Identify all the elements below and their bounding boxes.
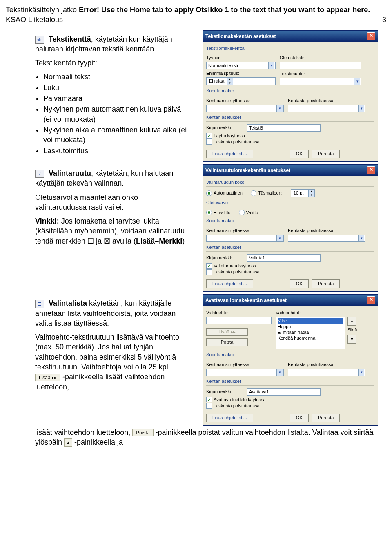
doc-header-error: Error! Use the Home tab to apply Otsikko… [79,6,370,14]
bookmark-input[interactable]: Avattava1 [247,388,321,396]
dropdown-title-bold: Valintalista [49,299,87,307]
calc-on-exit-checkbox[interactable]: Laskenta poistuttaessa [206,139,260,145]
size-auto-radio[interactable]: Automaattinen [206,190,243,196]
maxlen-spinner[interactable]: Ei rajaa▴▾ [206,77,276,85]
doc-subtitle: KSAO Liiketalous [6,15,63,25]
close-icon[interactable]: ✕ [367,32,375,40]
list-item: Laskutoimitus [43,146,190,156]
macro-in-combo[interactable] [206,105,284,112]
dropdown-para-trailing: lisäät vaihtoehdon luetteloon, Poista -p… [35,427,386,447]
default-label: Oletusteksti: [280,55,361,61]
help-text-button[interactable]: Lisää ohjeteksti... [206,414,253,422]
checkbox-para2: Oletusarvolla määritellään onko valintar… [35,192,190,212]
format-label: Tekstimuoto: [280,71,361,77]
macro-out-label: Kentästä poistuttaessa: [288,228,365,234]
group-label: Kentän asetukset [206,244,374,250]
cancel-button[interactable]: Peruuta [312,279,340,288]
cancel-button[interactable]: Peruuta [312,150,340,158]
textfield-title-bold: Tekstikenttä [49,35,91,43]
macro-out-combo[interactable] [288,369,365,376]
exact-size-spinner[interactable]: 10 pt▴▾ [291,189,315,197]
fill-enabled-checkbox[interactable]: ✔Täyttö käytössä [206,133,245,139]
bookmark-label: Kirjanmerkki: [206,255,243,261]
macro-in-combo[interactable] [206,369,284,376]
list-item[interactable]: Kerkiää huomenna [278,335,343,341]
calc-on-exit-checkbox[interactable]: Laskenta poistuttaessa [206,403,260,409]
move-up-button[interactable]: ▲ [347,317,356,326]
add-option-button[interactable]: Lisää ▸▸ [206,328,248,336]
textfield-intro: ab| Tekstikenttä, käytetään kun käyttäjä… [35,34,190,54]
macro-out-combo[interactable] [288,105,365,112]
checkbox-icon: ☑ [35,170,44,178]
macro-in-label: Kenttään siirryttäessä: [206,362,284,368]
inline-delete-button: Poista [132,429,153,436]
list-item[interactable]: Hoppu [278,324,343,329]
checkbox-intro: ☑ Valintaruutu, käytetään, kun halutaan … [35,168,190,188]
delete-option-button[interactable]: Poista [206,338,248,346]
default-checked-radio[interactable]: Valittu [239,210,258,216]
dialog-textfield-settings: Tekstilomakekentän asetukset ✕ Tekstilom… [203,30,378,162]
textfield-types-list: Normaali teksti Luku Päivämäärä Nykyinen… [43,72,190,155]
list-item: Nykyinen pvm automaattinen kuluva päivä … [43,104,190,124]
macro-out-label: Kentästä poistuttaessa: [288,362,365,368]
ok-button[interactable]: OK [290,150,309,158]
move-down-button[interactable]: ▼ [347,335,356,344]
option-label: Vaihtoehto: [206,310,272,316]
dialog-title: Valintaruutulomakekentän asetukset [205,167,290,174]
list-item: Luku [43,83,190,93]
options-listbox[interactable]: Kiire Hoppu Ei mitään hätää Kerkiää huom… [276,317,345,349]
dialog-title: Avattavan lomakekentän asetukset [205,297,287,304]
doc-subheader: KSAO Liiketalous 3 [6,15,386,25]
dropdown-intro: ☰ Valintalista käytetään, kun käyttäjäll… [35,298,190,328]
list-item[interactable]: Kiire [278,318,343,324]
macro-in-combo[interactable] [206,235,284,242]
group-label: Suorita makro [206,218,374,224]
list-item[interactable]: Ei mitään hätää [278,329,343,335]
macro-in-label: Kenttään siirryttäessä: [206,98,284,104]
maxlen-label: Enimmäispituus: [206,70,276,76]
group-label: Suorita makro [206,88,374,94]
ok-button[interactable]: OK [290,279,309,288]
bookmark-input[interactable]: Teksti3 [247,124,321,132]
ok-button[interactable]: OK [290,414,309,422]
help-text-button[interactable]: Lisää ohjeteksti... [206,150,253,158]
cancel-button[interactable]: Peruuta [312,414,340,422]
doc-header-prefix: Tekstinkäsittelyn jatko [6,6,79,14]
group-label: Oletusarvo [206,200,374,206]
size-exact-radio[interactable]: Täsmälleen: [251,190,283,196]
move-label: Siirrä [347,327,357,333]
type-combo[interactable]: Normaali teksti [206,62,276,69]
calc-on-exit-checkbox[interactable]: Laskenta poistuttaessa [206,269,260,275]
help-text-button[interactable]: Lisää ohjeteksti... [206,279,253,288]
macro-out-combo[interactable] [288,235,365,242]
bookmark-label: Kirjanmerkki: [206,389,243,395]
textfield-icon: ab| [35,36,44,44]
checkbox-enabled-cb[interactable]: ✔Valintaruutu käytössä [206,263,256,269]
close-icon[interactable]: ✕ [367,296,375,304]
checkbox-title-bold: Valintaruutu [49,169,91,177]
group-label: Kentän asetukset [206,378,374,385]
list-item: Normaali teksti [43,72,190,82]
header-rule [6,27,386,27]
dropdown-para2: Vaihtoehto-tekstiruutuun lisättävä vaiht… [35,332,190,392]
dialog-title: Tekstilomakekentän asetukset [205,33,276,40]
option-input[interactable] [206,317,272,324]
group-label: Tekstilomakekenttä [206,45,374,51]
default-input[interactable] [280,62,361,69]
bookmark-label: Kirjanmerkki: [206,125,243,131]
dialog-dropdown-settings: Avattavan lomakekentän asetukset ✕ Vaiht… [203,294,378,426]
checkbox-tip: Vinkki: Jos lomaketta ei tarvitse lukita… [35,216,190,246]
textfield-types-heading: Tekstikentän tyypit: [35,58,190,68]
group-label: Kentän asetukset [206,114,374,121]
inline-up-button: ▲ [64,438,72,447]
group-label: Valintaruudun koko [206,179,374,186]
tip-bold: Lisää–Merkki [136,237,182,245]
inline-add-button: Lisää ▸▸ [35,374,60,381]
default-unchecked-radio[interactable]: Ei valittu [206,210,231,216]
options-list-label: Vaihtoehdot: [276,310,357,316]
list-item: Päivämäärä [43,94,190,103]
bookmark-input[interactable]: Valinta1 [247,254,321,262]
dropdown-enabled-cb[interactable]: ✔Avattava luettelo käytössä [206,397,266,403]
close-icon[interactable]: ✕ [367,166,375,174]
format-combo[interactable] [280,78,361,85]
